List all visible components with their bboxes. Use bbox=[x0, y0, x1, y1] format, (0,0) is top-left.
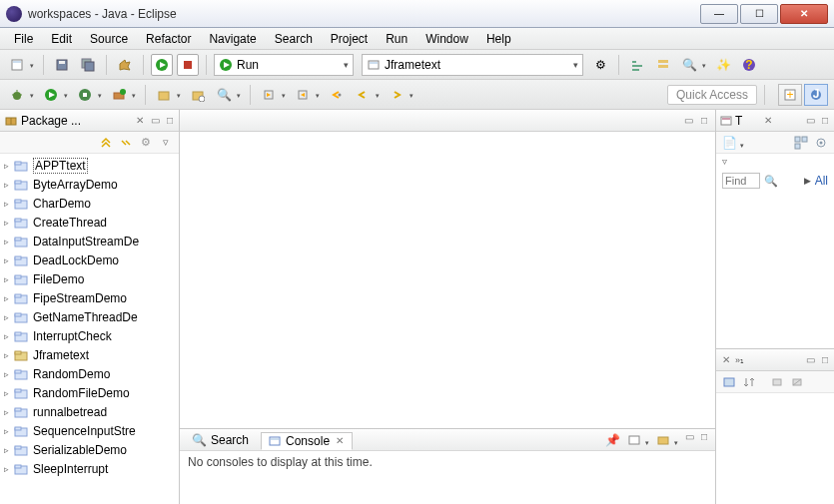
project-item[interactable]: ▹FipeStreamDemo bbox=[0, 288, 179, 307]
open-type-button[interactable] bbox=[187, 84, 209, 106]
search-button-2[interactable]: 🔍 bbox=[213, 84, 235, 106]
back-button[interactable] bbox=[352, 84, 374, 106]
expand-icon[interactable]: ▹ bbox=[4, 407, 14, 417]
toggle-breadcrumb-button[interactable] bbox=[626, 54, 648, 76]
minimize-editor-icon[interactable]: ▭ bbox=[682, 115, 695, 126]
sort-icon[interactable] bbox=[740, 373, 758, 391]
maximize-editor-icon[interactable]: □ bbox=[699, 115, 709, 126]
minimize-view-icon[interactable]: ▭ bbox=[149, 115, 162, 126]
menu-help[interactable]: Help bbox=[478, 30, 519, 48]
open-console-icon[interactable] bbox=[654, 431, 672, 449]
minimize-bottom-icon[interactable]: ▭ bbox=[683, 431, 696, 449]
view-close-icon[interactable]: ✕ bbox=[720, 354, 732, 365]
minimize-button[interactable]: — bbox=[700, 4, 738, 24]
menu-navigate[interactable]: Navigate bbox=[201, 30, 264, 48]
search-toolbar-button[interactable]: 🔍 bbox=[678, 54, 700, 76]
expand-icon[interactable]: ▹ bbox=[4, 199, 14, 209]
project-item[interactable]: ▹Jframetext bbox=[0, 345, 179, 364]
expand-icon[interactable]: ▹ bbox=[4, 180, 14, 190]
project-item[interactable]: ▹runnalbetread bbox=[0, 402, 179, 421]
tab-console[interactable]: Console ✕ bbox=[261, 432, 353, 450]
project-item[interactable]: ▹SerializableDemo bbox=[0, 440, 179, 459]
minimize-view-icon[interactable]: ▭ bbox=[804, 354, 817, 365]
project-item[interactable]: ▹GetNameThreadDe bbox=[0, 307, 179, 326]
view-close-icon[interactable]: ✕ bbox=[134, 115, 146, 126]
find-input[interactable] bbox=[722, 173, 760, 189]
chevron-down-icon[interactable]: ▿ bbox=[716, 154, 834, 169]
view-menu-icon[interactable]: ▿ bbox=[157, 134, 175, 152]
annotation-nav-1[interactable] bbox=[258, 84, 280, 106]
save-all-button[interactable] bbox=[77, 54, 99, 76]
run-dropdown-button[interactable] bbox=[40, 84, 62, 106]
project-combo[interactable]: Jframetext ▾ bbox=[362, 54, 583, 76]
stop-button[interactable] bbox=[177, 54, 199, 76]
toggle-mark-button[interactable] bbox=[652, 54, 674, 76]
menu-project[interactable]: Project bbox=[323, 30, 376, 48]
focus-icon[interactable] bbox=[812, 134, 830, 152]
expand-icon[interactable]: ▹ bbox=[4, 218, 14, 228]
expand-icon[interactable]: ▹ bbox=[4, 237, 14, 247]
filter-icon[interactable]: ⚙ bbox=[137, 134, 155, 152]
expand-icon[interactable]: ▹ bbox=[4, 161, 14, 171]
new-button[interactable] bbox=[6, 54, 28, 76]
maximize-view-icon[interactable]: □ bbox=[820, 115, 830, 126]
gear-icon[interactable]: ⚙ bbox=[589, 54, 611, 76]
expand-icon[interactable]: ▹ bbox=[4, 388, 14, 398]
build-button[interactable] bbox=[114, 54, 136, 76]
save-button[interactable] bbox=[51, 54, 73, 76]
new-package-button[interactable] bbox=[153, 84, 175, 106]
project-item[interactable]: ▹DataInputStreamDe bbox=[0, 232, 179, 251]
run-button[interactable] bbox=[151, 54, 173, 76]
quick-access-input[interactable]: Quick Access bbox=[667, 85, 757, 105]
hide-fields-icon[interactable] bbox=[768, 373, 786, 391]
link-editor-icon[interactable] bbox=[117, 134, 135, 152]
collapse-all-icon[interactable] bbox=[97, 134, 115, 152]
expand-icon[interactable]: ▹ bbox=[4, 331, 14, 341]
display-console-icon[interactable] bbox=[625, 431, 643, 449]
pin-console-icon[interactable]: 📌 bbox=[604, 431, 622, 449]
project-item[interactable]: ▹SleepInterrupt bbox=[0, 459, 179, 478]
expand-icon[interactable]: ▶ bbox=[804, 176, 811, 186]
expand-icon[interactable]: ▹ bbox=[4, 255, 14, 265]
project-item[interactable]: ▹FileDemo bbox=[0, 269, 179, 288]
maximize-button[interactable]: ☐ bbox=[740, 4, 778, 24]
search-icon[interactable]: 🔍 bbox=[764, 175, 778, 188]
menu-run[interactable]: Run bbox=[378, 30, 416, 48]
project-item[interactable]: ▹RandomFileDemo bbox=[0, 383, 179, 402]
minimize-view-icon[interactable]: ▭ bbox=[804, 115, 817, 126]
project-tree[interactable]: ▹APPTtext▹ByteArrayDemo▹CharDemo▹CreateT… bbox=[0, 154, 179, 504]
menu-window[interactable]: Window bbox=[417, 30, 476, 48]
project-item[interactable]: ▹DeadLockDemo bbox=[0, 251, 179, 269]
editor-area[interactable] bbox=[180, 132, 715, 428]
java-perspective-button[interactable]: J bbox=[804, 84, 828, 106]
project-item[interactable]: ▹CharDemo bbox=[0, 194, 179, 213]
project-item[interactable]: ▹ByteArrayDemo bbox=[0, 175, 179, 194]
expand-icon[interactable]: ▹ bbox=[4, 274, 14, 284]
categorize-icon[interactable] bbox=[792, 134, 810, 152]
new-task-icon[interactable]: 📄 bbox=[720, 134, 738, 152]
view-close-icon[interactable]: ✕ bbox=[762, 115, 774, 126]
tab-search[interactable]: 🔍 Search bbox=[186, 432, 255, 448]
coverage-button[interactable] bbox=[74, 84, 96, 106]
external-tools-button[interactable] bbox=[108, 84, 130, 106]
menu-refactor[interactable]: Refactor bbox=[138, 30, 199, 48]
project-item[interactable]: ▹CreateThread bbox=[0, 213, 179, 232]
debug-button[interactable] bbox=[6, 84, 28, 106]
expand-icon[interactable]: ▹ bbox=[4, 312, 14, 322]
project-item[interactable]: ▹RandomDemo bbox=[0, 364, 179, 383]
menu-search[interactable]: Search bbox=[267, 30, 321, 48]
expand-icon[interactable]: ▹ bbox=[4, 293, 14, 303]
maximize-view-icon[interactable]: □ bbox=[165, 115, 175, 126]
project-item[interactable]: ▹SequenceInputStre bbox=[0, 421, 179, 440]
forward-button[interactable] bbox=[386, 84, 408, 106]
open-perspective-button[interactable]: + bbox=[778, 84, 802, 106]
expand-icon[interactable]: ▹ bbox=[4, 426, 14, 436]
annotation-nav-2[interactable] bbox=[292, 84, 314, 106]
close-button[interactable]: ✕ bbox=[780, 4, 828, 24]
project-item[interactable]: ▹APPTtext bbox=[0, 156, 179, 175]
close-tab-icon[interactable]: ✕ bbox=[334, 435, 346, 446]
last-edit-button[interactable] bbox=[326, 84, 348, 106]
tips-button[interactable]: ? bbox=[738, 54, 760, 76]
project-item[interactable]: ▹InterruptCheck bbox=[0, 326, 179, 345]
expand-icon[interactable]: ▹ bbox=[4, 464, 14, 474]
